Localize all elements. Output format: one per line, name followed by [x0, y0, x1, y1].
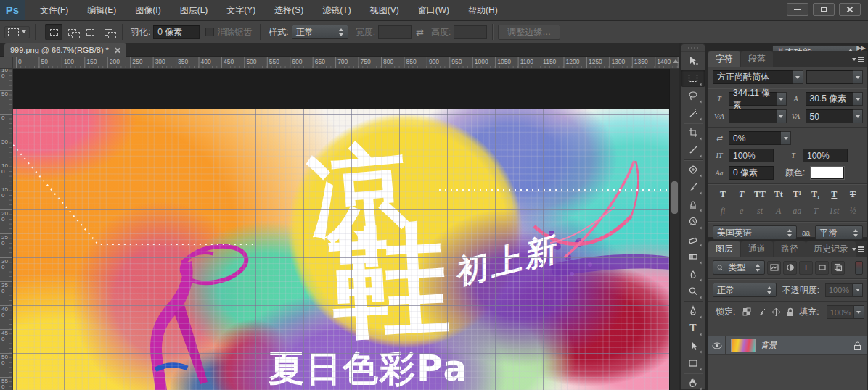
text-color-swatch[interactable]: [811, 167, 844, 179]
tool-preset-picker[interactable]: [4, 26, 30, 38]
font-style-dropdown[interactable]: [806, 70, 863, 84]
canvas-image[interactable]: 凉 鞋 初上新 夏日色彩Pa: [13, 109, 669, 390]
panel-menu-icon[interactable]: [852, 56, 864, 63]
filter-type-layers-icon[interactable]: T: [799, 261, 813, 275]
feather-input[interactable]: 0 像素: [153, 25, 200, 39]
menu-item[interactable]: 图像(I): [126, 0, 170, 20]
tab-channels[interactable]: 通道: [741, 241, 773, 257]
rectangular-marquee-tool[interactable]: [681, 70, 705, 87]
lock-pixels-icon[interactable]: [757, 307, 766, 317]
discretionary-ligatures-button[interactable]: st: [751, 204, 769, 218]
shape-tool[interactable]: [681, 354, 705, 372]
menu-item[interactable]: 文字(Y): [217, 0, 265, 20]
filtering-toggle[interactable]: [855, 261, 863, 275]
font-size-dropdown[interactable]: 344.11 像素: [729, 92, 787, 106]
tab-character[interactable]: 字符: [708, 51, 740, 67]
lock-transparency-icon[interactable]: [742, 307, 752, 317]
kerning-dropdown[interactable]: [729, 109, 787, 123]
swash-button[interactable]: A: [770, 204, 787, 218]
menu-item[interactable]: 视图(V): [361, 0, 409, 20]
filter-adjustment-layers-icon[interactable]: [783, 261, 797, 275]
close-button[interactable]: [839, 3, 861, 16]
scrollbar-thumb[interactable]: [671, 181, 678, 214]
tab-layers[interactable]: 图层: [708, 241, 740, 257]
menu-item[interactable]: 滤镜(T): [313, 0, 360, 20]
magic-wand-tool[interactable]: [681, 104, 705, 122]
lock-all-icon[interactable]: [786, 307, 795, 317]
filter-smart-objects-icon[interactable]: [831, 261, 845, 275]
titling-alternates-button[interactable]: T: [807, 204, 824, 218]
lasso-tool[interactable]: [681, 87, 705, 104]
refine-edge-button[interactable]: 调整边缘…: [498, 25, 560, 40]
ordinals-button[interactable]: 1st: [825, 204, 843, 218]
menu-item[interactable]: 帮助(H): [459, 0, 507, 20]
lock-position-icon[interactable]: [771, 307, 781, 317]
crop-tool[interactable]: [681, 124, 705, 141]
all-caps-button[interactable]: TT: [751, 188, 769, 202]
proportional-spacing-dropdown[interactable]: 0%: [729, 131, 791, 145]
menu-item[interactable]: 窗口(W): [409, 0, 459, 20]
menu-item[interactable]: 编辑(E): [78, 0, 126, 20]
filter-pixel-layers-icon[interactable]: [767, 261, 781, 275]
menu-item[interactable]: 选择(S): [265, 0, 313, 20]
language-dropdown[interactable]: 美国英语: [713, 225, 797, 240]
vertical-scrollbar[interactable]: [669, 69, 679, 390]
subscript-button[interactable]: T₁: [807, 188, 824, 202]
swap-dimensions-icon[interactable]: ⇄: [416, 27, 424, 38]
brush-tool[interactable]: [681, 178, 705, 196]
layer-thumbnail[interactable]: [731, 339, 756, 352]
faux-bold-button[interactable]: T: [714, 188, 732, 202]
pen-tool[interactable]: [681, 302, 705, 320]
subtract-selection-button[interactable]: [81, 24, 99, 40]
contextual-alternates-button[interactable]: e: [733, 204, 750, 218]
vertical-ruler[interactable]: 10050050100150200250300350400450500550: [0, 69, 13, 390]
eraser-tool[interactable]: [681, 231, 705, 248]
vertical-scale-input[interactable]: 100%: [729, 149, 774, 162]
layer-filter-dropdown[interactable]: 类型: [713, 260, 765, 275]
underline-button[interactable]: T: [825, 188, 843, 202]
faux-italic-button[interactable]: T: [733, 188, 750, 202]
clone-stamp-tool[interactable]: [681, 196, 705, 213]
add-selection-button[interactable]: [63, 24, 81, 40]
antialias-dropdown[interactable]: 平滑: [815, 225, 863, 240]
spot-healing-brush-tool[interactable]: [681, 161, 705, 178]
baseline-shift-input[interactable]: 0 像素: [729, 166, 774, 180]
ligatures-button[interactable]: fi: [714, 204, 732, 218]
horizontal-scale-input[interactable]: 100%: [803, 149, 848, 162]
toolbar-grip[interactable]: [681, 44, 705, 52]
gradient-tool[interactable]: [681, 248, 705, 265]
font-family-dropdown[interactable]: 方正尚酷简体: [713, 70, 803, 84]
leading-dropdown[interactable]: 30.5 像素: [806, 92, 864, 106]
fractions-button[interactable]: ½: [844, 204, 861, 218]
tracking-dropdown[interactable]: 50: [806, 109, 864, 123]
style-dropdown[interactable]: 正常: [292, 25, 348, 39]
fill-dropdown[interactable]: 100%: [827, 305, 864, 319]
hand-tool[interactable]: [681, 374, 705, 390]
superscript-button[interactable]: T¹: [788, 188, 806, 202]
strikethrough-button[interactable]: Ŧ: [844, 188, 861, 202]
filter-shape-layers-icon[interactable]: [815, 261, 829, 275]
horizontal-ruler[interactable]: 0501001502002503003504004505005506006507…: [13, 57, 679, 69]
move-tool[interactable]: [681, 52, 705, 70]
maximize-button[interactable]: [813, 3, 835, 16]
intersect-selection-button[interactable]: [99, 24, 117, 40]
stylistic-alternates-button[interactable]: aa: [788, 204, 806, 218]
document-tab[interactable]: 999.png @ 66.7%(RGB/8) *: [4, 43, 126, 57]
type-tool[interactable]: T: [681, 320, 705, 337]
path-selection-tool[interactable]: [681, 337, 705, 354]
small-caps-button[interactable]: Tt: [770, 188, 787, 202]
history-brush-tool[interactable]: [681, 213, 705, 231]
tab-history[interactable]: 历史记录: [806, 241, 856, 257]
eyedropper-tool[interactable]: [681, 141, 705, 159]
visibility-toggle[interactable]: [708, 336, 726, 355]
panel-menu-icon[interactable]: [852, 246, 864, 253]
new-selection-button[interactable]: [45, 24, 62, 40]
smudge-tool[interactable]: [681, 265, 705, 283]
tab-close-icon[interactable]: [115, 47, 120, 53]
height-input[interactable]: [454, 25, 487, 39]
menu-item[interactable]: 图层(L): [171, 0, 218, 20]
blend-mode-dropdown[interactable]: 正常: [713, 283, 777, 297]
width-input[interactable]: [378, 25, 412, 39]
layer-row-background[interactable]: 背景: [708, 336, 867, 355]
dodge-tool[interactable]: [681, 283, 705, 300]
